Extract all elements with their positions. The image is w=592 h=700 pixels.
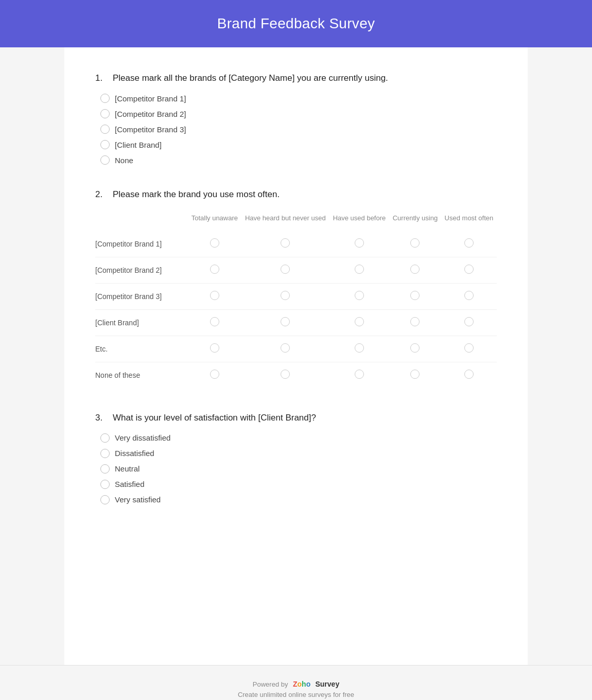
matrix-col-used-most-often: Used most often — [441, 210, 497, 231]
matrix-radio-input[interactable] — [281, 343, 290, 353]
matrix-cell — [329, 336, 389, 362]
radio-input[interactable] — [100, 140, 110, 149]
matrix-cell — [441, 257, 497, 283]
matrix-radio-input[interactable] — [464, 343, 474, 353]
footer-sub: Create unlimited online surveys for free — [10, 691, 582, 698]
matrix-cell — [329, 283, 389, 309]
matrix-radio-input[interactable] — [355, 291, 364, 300]
matrix-cell — [389, 257, 441, 283]
matrix-radio-input[interactable] — [210, 265, 219, 274]
matrix-cell — [329, 231, 389, 257]
question-3-options: Very dissatisfied Dissatisfied Neutral S… — [95, 433, 497, 504]
matrix-cell — [441, 231, 497, 257]
option-label: Satisfied — [115, 480, 145, 488]
matrix-radio-input[interactable] — [410, 238, 420, 248]
question-1-text: Please mark all the brands of [Category … — [113, 73, 388, 83]
matrix-radio-input[interactable] — [410, 343, 420, 353]
matrix-row: Etc. — [95, 336, 497, 362]
matrix-table: Totally unaware Have heard but never use… — [95, 210, 497, 388]
option-label: Neutral — [115, 464, 140, 473]
radio-input[interactable] — [100, 433, 110, 443]
matrix-cell — [389, 362, 441, 388]
matrix-cell — [241, 257, 329, 283]
content-area: 1. Please mark all the brands of [Catego… — [64, 47, 528, 665]
option-label: None — [115, 156, 133, 165]
footer-powered-by: Powered by Zoho Survey — [10, 680, 582, 688]
matrix-radio-input[interactable] — [410, 370, 420, 379]
matrix-row-label: Etc. — [95, 336, 188, 362]
matrix-row: [Client Brand] — [95, 309, 497, 336]
option-label: [Competitor Brand 2] — [115, 110, 186, 118]
matrix-radio-input[interactable] — [410, 291, 420, 300]
matrix-radio-input[interactable] — [355, 265, 364, 274]
question-3-number: 3. — [95, 413, 108, 423]
matrix-cell — [188, 336, 241, 362]
matrix-cell — [329, 257, 389, 283]
matrix-cell — [389, 283, 441, 309]
matrix-cell — [441, 309, 497, 336]
powered-by-text: Powered by — [253, 680, 288, 688]
matrix-cell — [329, 362, 389, 388]
matrix-radio-input[interactable] — [464, 370, 474, 379]
matrix-radio-input[interactable] — [410, 265, 420, 274]
matrix-radio-input[interactable] — [210, 291, 219, 300]
matrix-radio-input[interactable] — [355, 370, 364, 379]
matrix-radio-input[interactable] — [464, 265, 474, 274]
matrix-cell — [188, 283, 241, 309]
radio-option: Satisfied — [100, 480, 497, 489]
matrix-radio-input[interactable] — [281, 265, 290, 274]
radio-input[interactable] — [100, 109, 110, 118]
matrix-radio-input[interactable] — [210, 238, 219, 248]
matrix-radio-input[interactable] — [464, 317, 474, 326]
matrix-radio-input[interactable] — [281, 238, 290, 248]
matrix-radio-input[interactable] — [355, 343, 364, 353]
matrix-col-totally-unaware: Totally unaware — [188, 210, 241, 231]
matrix-cell — [441, 336, 497, 362]
matrix-row: [Competitor Brand 3] — [95, 283, 497, 309]
question-2-title: 2. Please mark the brand you use most of… — [95, 189, 497, 200]
question-2-number: 2. — [95, 189, 108, 200]
matrix-row: None of these — [95, 362, 497, 388]
radio-input[interactable] — [100, 94, 110, 103]
zoho-z: Z — [293, 680, 298, 688]
question-3: 3. What is your level of satisfaction wi… — [95, 413, 497, 504]
matrix-radio-input[interactable] — [355, 238, 364, 248]
question-2-text: Please mark the brand you use most often… — [113, 189, 280, 200]
matrix-cell — [188, 309, 241, 336]
matrix-radio-input[interactable] — [281, 317, 290, 326]
matrix-row-label: None of these — [95, 362, 188, 388]
matrix-cell — [188, 231, 241, 257]
matrix-radio-input[interactable] — [210, 370, 219, 379]
matrix-radio-input[interactable] — [464, 291, 474, 300]
matrix-radio-input[interactable] — [355, 317, 364, 326]
radio-input[interactable] — [100, 125, 110, 134]
zoho-o: o — [298, 680, 302, 688]
survey-title: Brand Feedback Survey — [10, 15, 582, 32]
matrix-radio-input[interactable] — [410, 317, 420, 326]
matrix-radio-input[interactable] — [464, 238, 474, 248]
matrix-cell — [389, 336, 441, 362]
zoho-logo: Zoho — [291, 680, 310, 688]
radio-input[interactable] — [100, 464, 110, 474]
matrix-radio-input[interactable] — [281, 291, 290, 300]
radio-option: Very dissatisfied — [100, 433, 497, 443]
matrix-cell — [241, 283, 329, 309]
radio-input[interactable] — [100, 480, 110, 489]
matrix-cell — [389, 231, 441, 257]
matrix-cell — [241, 231, 329, 257]
radio-input[interactable] — [100, 495, 110, 504]
radio-input[interactable] — [100, 449, 110, 458]
option-label: Very dissatisfied — [115, 433, 170, 442]
matrix-cell — [329, 309, 389, 336]
question-3-text: What is your level of satisfaction with … — [113, 413, 316, 423]
radio-option: Dissatisfied — [100, 449, 497, 458]
matrix-radio-input[interactable] — [281, 370, 290, 379]
option-label: Dissatisfied — [115, 449, 154, 458]
radio-option: [Competitor Brand 3] — [100, 125, 497, 134]
matrix-cell — [241, 336, 329, 362]
question-1-title: 1. Please mark all the brands of [Catego… — [95, 73, 497, 83]
radio-input[interactable] — [100, 155, 110, 165]
question-1-options: [Competitor Brand 1] [Competitor Brand 2… — [95, 94, 497, 165]
matrix-radio-input[interactable] — [210, 317, 219, 326]
matrix-radio-input[interactable] — [210, 343, 219, 353]
